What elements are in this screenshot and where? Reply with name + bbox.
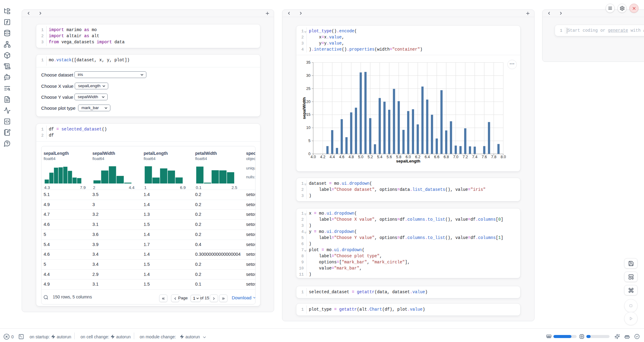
- svg-text:sepalWidth: sepalWidth: [302, 97, 306, 119]
- svg-text:6.8: 6.8: [444, 155, 449, 159]
- svg-text:5.0: 5.0: [358, 155, 363, 159]
- svg-text:6.4: 6.4: [424, 155, 430, 159]
- svg-text:7.6: 7.6: [481, 155, 487, 159]
- svg-text:5.4: 5.4: [377, 155, 382, 159]
- svg-text:25: 25: [306, 87, 310, 91]
- svg-text:4.2: 4.2: [320, 155, 325, 159]
- svg-text:30: 30: [306, 73, 310, 78]
- svg-text:4.0: 4.0: [311, 155, 316, 159]
- svg-text:6.6: 6.6: [434, 155, 439, 159]
- svg-text:15: 15: [306, 112, 310, 117]
- svg-text:5.8: 5.8: [396, 155, 401, 159]
- svg-text:4.8: 4.8: [349, 155, 354, 159]
- svg-text:5: 5: [308, 139, 310, 143]
- svg-text:35: 35: [306, 60, 310, 65]
- svg-text:7.2: 7.2: [463, 155, 468, 159]
- svg-text:6.0: 6.0: [406, 155, 411, 159]
- svg-text:20: 20: [306, 100, 310, 104]
- svg-text:7.4: 7.4: [472, 155, 477, 159]
- svg-text:10: 10: [306, 126, 310, 130]
- svg-text:4.4: 4.4: [330, 155, 335, 159]
- svg-text:8.0: 8.0: [501, 155, 506, 159]
- svg-text:5.2: 5.2: [368, 155, 373, 159]
- svg-text:7.8: 7.8: [491, 155, 496, 159]
- svg-text:4.6: 4.6: [339, 155, 344, 159]
- svg-text:0: 0: [308, 152, 310, 156]
- svg-text:5.6: 5.6: [387, 155, 392, 159]
- svg-text:sepalLength: sepalLength: [396, 159, 420, 163]
- svg-text:7.0: 7.0: [453, 155, 458, 159]
- svg-text:6.2: 6.2: [415, 155, 420, 159]
